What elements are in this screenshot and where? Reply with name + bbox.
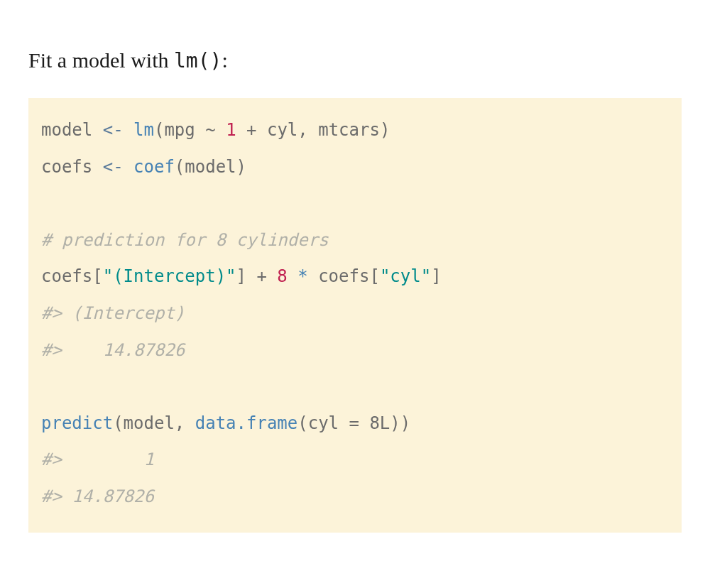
heading-suffix: : xyxy=(222,48,227,72)
code-line-7: predict(model, data.frame(cyl = 8L)) xyxy=(41,413,410,433)
code-line-2: coefs <- coef(model) xyxy=(41,157,246,177)
code-comment-1: # prediction for 8 cylinders xyxy=(41,230,329,250)
code-output-3: #> 1 xyxy=(41,450,164,469)
heading-prefix: Fit a model with xyxy=(28,48,174,72)
code-output-1: #> (Intercept) xyxy=(41,303,195,323)
code-block: model <- lm(mpg ~ 1 + cyl, mtcars) coefs… xyxy=(28,98,682,533)
code-line-1: model <- lm(mpg ~ 1 + cyl, mtcars) xyxy=(41,120,390,140)
code-output-2: #> 14.87826 xyxy=(41,340,185,360)
code-output-4: #> 14.87826 xyxy=(41,486,154,506)
code-line-4: coefs["(Intercept)"] + 8 * coefs["cyl"] xyxy=(41,266,442,286)
heading-code: lm() xyxy=(174,49,222,72)
heading: Fit a model with lm(): xyxy=(28,48,682,72)
